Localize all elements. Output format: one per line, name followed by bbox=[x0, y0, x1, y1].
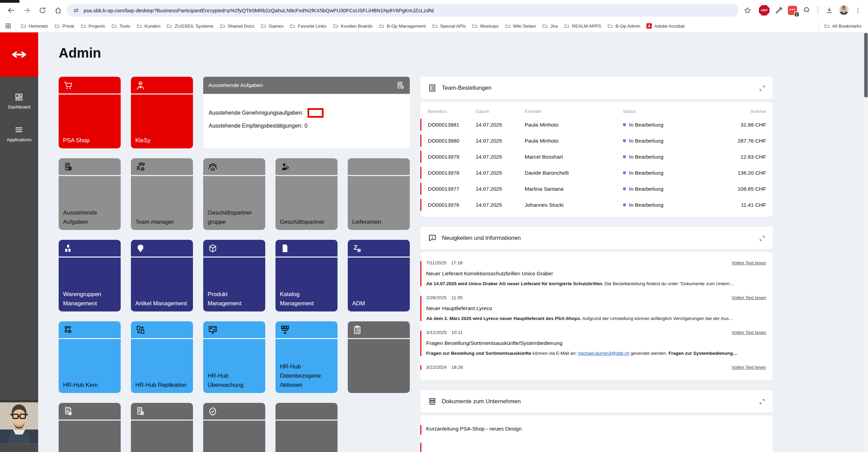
tile-katalog-management[interactable]: Katalog Management bbox=[275, 240, 338, 311]
tile-psa-shop[interactable]: PSA Shop bbox=[59, 77, 121, 148]
sidebar-item-applications[interactable]: Applications bbox=[7, 125, 32, 142]
order-row-DO00013980[interactable]: DO0001398014.07.2025Paula MinhotoIn Bear… bbox=[420, 133, 773, 149]
tile-adm[interactable]: ZADM bbox=[348, 240, 410, 311]
bookmark-item-games[interactable]: Games bbox=[257, 22, 287, 30]
forward-icon[interactable] bbox=[20, 3, 33, 17]
back-icon[interactable] bbox=[4, 3, 18, 17]
extensions-puzzle-icon[interactable] bbox=[800, 4, 813, 16]
bookmark-item-adobe-acrobat[interactable]: AAdobe Acrobat bbox=[643, 22, 688, 30]
order-id: DO00013978 bbox=[428, 170, 476, 176]
company-docs-list: Kurzanleitung PSA-Shop - neues Design bbox=[420, 415, 773, 452]
tile-label: Geschäftspartner bbox=[280, 217, 324, 227]
browser-menu-icon[interactable] bbox=[852, 5, 863, 16]
order-row-DO00013981[interactable]: DO0001398114.07.2025Paula MinhotoIn Bear… bbox=[420, 117, 773, 133]
bookmark-item-shared-docs[interactable]: Shared Docs bbox=[216, 22, 257, 30]
tile-blank[interactable] bbox=[348, 321, 410, 393]
document-item[interactable] bbox=[420, 443, 766, 451]
expand-icon[interactable] bbox=[759, 398, 765, 405]
tile-warengruppen-management[interactable]: Warengruppen Management bbox=[59, 240, 121, 311]
tile-gesch-ftspartner-gruppe[interactable]: Geschäftspartner gruppe bbox=[203, 158, 265, 230]
bookmark-item-b-op-admin[interactable]: B-Op Admin bbox=[604, 22, 643, 30]
tile-hr-hub-berwachung[interactable]: HR-Hub Überwachung bbox=[203, 321, 265, 393]
bookmark-item-special-apis[interactable]: Special APIs bbox=[429, 22, 469, 30]
tile-gesch-ftspartner[interactable]: Geschäftspartner bbox=[275, 158, 338, 230]
sidebar-profile[interactable]: Rene bbox=[0, 392, 38, 452]
bookmark-item-privat[interactable]: Privat bbox=[51, 22, 77, 30]
read-more-link[interactable]: Vollen Text lesen bbox=[732, 260, 766, 265]
order-row-DO00013977[interactable]: DO0001397714.07.2025Martina SantanaIn Be… bbox=[420, 181, 773, 197]
order-row-DO00013976[interactable]: DO0001397614.07.2025Johannes StuckiIn Be… bbox=[420, 197, 773, 213]
svg-text:VAT: VAT bbox=[66, 408, 70, 410]
column-header-datum: Datum bbox=[476, 109, 525, 114]
tile-lieferanten[interactable]: Lieferanten bbox=[348, 158, 410, 230]
tile-hr-hub-kern[interactable]: HR-Hub Kern bbox=[59, 321, 121, 393]
clipboard-icon bbox=[352, 325, 362, 335]
downloads-icon[interactable] bbox=[823, 4, 835, 16]
news-item-title: Fragen Bestellung/Sortimentsauskünfte/Sy… bbox=[426, 340, 766, 346]
tile-blank[interactable] bbox=[203, 403, 265, 452]
password-extension-icon[interactable]: 1 bbox=[788, 6, 797, 15]
page-scrollbar[interactable] bbox=[864, 33, 868, 452]
dashboard-page: Admin PSA ShopKleSy Ausstehende Aufgaben… bbox=[38, 32, 868, 452]
bookmark-item-favorite-links[interactable]: Favorite Links bbox=[286, 22, 329, 30]
sidebar-item-dashboard[interactable]: Dashboard bbox=[8, 92, 30, 110]
all-bookmarks[interactable]: All Bookmarks bbox=[821, 22, 865, 30]
folder-icon bbox=[333, 23, 339, 29]
tile-hr-hub-replikation[interactable]: HR-Hub Replikation bbox=[131, 321, 193, 393]
bookmark-item-realm-apps[interactable]: REALM APPS bbox=[561, 22, 604, 30]
bookmark-item-b-op-management[interactable]: B-Op Management bbox=[376, 22, 429, 30]
address-bar[interactable]: psa.sbb.b-op.com/bop-desktop?BusinessPar… bbox=[67, 4, 738, 17]
side-panel-icon[interactable] bbox=[5, 23, 12, 29]
news-item-excerpt: Ab dem 2. März 2025 wird Lyreco neuer Ha… bbox=[426, 316, 766, 321]
bookmark-star-icon[interactable] bbox=[740, 3, 754, 17]
bookmarks-list: HeimnetzPrivatProjectsToolsKundenZUGSEIL… bbox=[17, 22, 688, 30]
tile-hr-hub-datenbezogene-aktionen[interactable]: HR-Hub Datenbezogene Aktionen bbox=[275, 321, 338, 393]
bookmark-item-kunden-boards[interactable]: Kunden Boards bbox=[330, 22, 376, 30]
news-time: 17:16 bbox=[451, 260, 463, 265]
bookmark-item-jira[interactable]: Jira bbox=[539, 22, 561, 30]
order-row-DO00013979[interactable]: DO0001397914.07.2025Marcel BosshartIn Be… bbox=[420, 149, 773, 165]
home-icon[interactable] bbox=[51, 3, 65, 17]
tile-blank[interactable] bbox=[275, 403, 338, 452]
eyedropper-extension-icon[interactable] bbox=[773, 4, 784, 16]
bookmark-item-zugseil-systeme[interactable]: ZUGSEIL Systeme bbox=[163, 22, 216, 30]
reload-icon[interactable] bbox=[35, 3, 49, 17]
read-more-link[interactable]: Vollen Text lesen bbox=[732, 295, 766, 300]
tile-ausstehende-aufgaben[interactable]: Ausstehende Aufgaben bbox=[59, 158, 121, 230]
order-row-DO00013978[interactable]: DO0001397814.07.2025Davide BaronchelliIn… bbox=[420, 165, 773, 181]
column-header-status: Status bbox=[623, 109, 712, 114]
news-date: 3/22/2024 bbox=[426, 365, 447, 370]
adblock-extension-icon[interactable]: ABP bbox=[759, 5, 769, 16]
order-date: 14.07.2025 bbox=[476, 186, 525, 192]
tile-blank[interactable]: VAT bbox=[59, 403, 121, 452]
read-more-link[interactable]: Vollen Text lesen bbox=[732, 330, 766, 335]
bookmark-item-tools[interactable]: Tools bbox=[108, 22, 133, 30]
document-item[interactable]: Kurzanleitung PSA-Shop - neues Design bbox=[420, 426, 766, 433]
expand-icon[interactable] bbox=[759, 235, 765, 242]
status-label: In Bearbeitung bbox=[629, 202, 663, 208]
scrollbar-thumb[interactable] bbox=[864, 33, 868, 97]
email-link[interactable]: michael.burren3@sbb.ch bbox=[578, 351, 629, 356]
order-sum: 287.76 CHF bbox=[712, 138, 766, 144]
bookmark-item-mockups[interactable]: Mockups bbox=[469, 22, 502, 30]
bookmark-item-wiki-seiten[interactable]: Wiki Seiten bbox=[502, 22, 539, 30]
bookmark-label: ZUGSEIL Systeme bbox=[175, 24, 213, 29]
news-item-title: Neuer Hauptlieferant Lyreco bbox=[426, 305, 766, 311]
bookmark-item-heimnetz[interactable]: Heimnetz bbox=[17, 22, 51, 30]
pending-tasks-panel: Ausstehende Aufgaben Ausstehende Genehmi… bbox=[203, 77, 410, 148]
sidebar-item-label: Applications bbox=[7, 137, 32, 142]
tile-produkt-management[interactable]: Produkt Management bbox=[203, 240, 265, 311]
tile-klesy[interactable]: KleSy bbox=[131, 77, 193, 148]
expand-icon[interactable] bbox=[759, 85, 765, 91]
bookmark-item-projects[interactable]: Projects bbox=[77, 22, 108, 30]
task-label: Ausstehende Genehmigungsaufgaben: bbox=[209, 110, 303, 116]
cube-icon bbox=[208, 243, 218, 253]
tile-artikel-management[interactable]: Artikel Management bbox=[131, 240, 193, 311]
read-more-link[interactable]: Vollen Text lesen bbox=[732, 365, 766, 370]
tile-team-manager[interactable]: Team manager bbox=[131, 158, 193, 230]
browser-profile-avatar[interactable] bbox=[839, 5, 849, 15]
bookmark-item-kunden[interactable]: Kunden bbox=[133, 22, 164, 30]
order-creator: Martina Santana bbox=[525, 186, 623, 192]
pending-tasks-title: Ausstehende Aufgaben bbox=[208, 82, 263, 88]
tile-blank[interactable] bbox=[131, 403, 193, 452]
